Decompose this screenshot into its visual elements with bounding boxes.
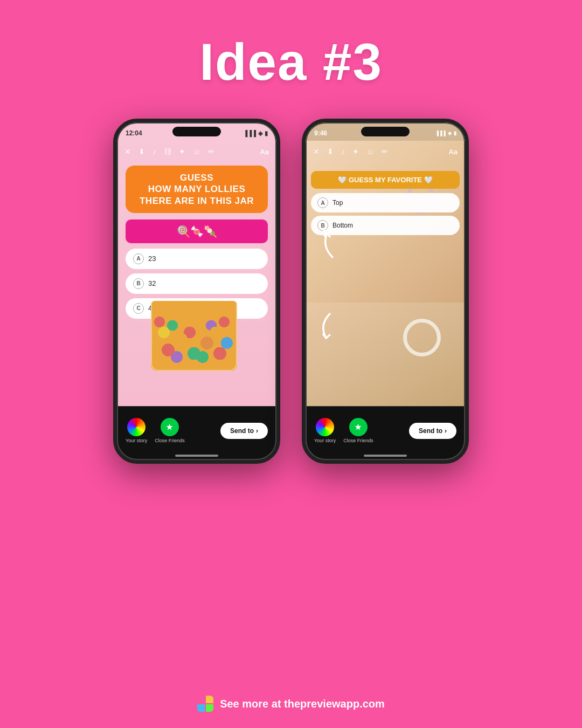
your-story-circle-2[interactable]: Your story <box>314 418 336 443</box>
phone2-status-icons: ▐▐▐ ◈ ▮ <box>435 131 456 136</box>
phone2-status-bar: 9:46 ▐▐▐ ◈ ▮ <box>306 122 465 141</box>
logo-q1 <box>197 696 205 703</box>
signal-icon: ▐▐▐ <box>244 130 256 136</box>
phone2-toolbar: ✕ ⬇ ♪ ✦ ☺ ✏ Aa <box>306 142 465 161</box>
quiz-title-bubble: GUESS HOW MANY LOLLIES THERE ARE IN THIS… <box>126 166 268 213</box>
footer-text: See more at thepreviewapp.com <box>220 698 385 710</box>
download-icon[interactable]: ⬇ <box>138 147 145 156</box>
phone1-status-icons: ▐▐▐ ◈ ▮ <box>244 130 268 137</box>
phone1-time: 12:04 <box>126 129 142 137</box>
phones-container: 12:04 ▐▐▐ ◈ ▮ ✕ ⬇ ♪ ⛓ ✦ ☺ ✏ Aa <box>0 119 582 464</box>
quiz-option-a[interactable]: A 23 <box>126 249 268 269</box>
phone2-time: 9:46 <box>314 129 327 137</box>
phone1-toolbar: ✕ ⬇ ♪ ⛓ ✦ ☺ ✏ Aa <box>117 142 276 161</box>
music-icon-2[interactable]: ♪ <box>341 147 345 156</box>
quiz-title-text: GUESS HOW MANY LOLLIES THERE ARE IN THIS… <box>134 172 259 207</box>
quiz-question-box: 🍭🍬🍡 <box>126 219 268 243</box>
candy-jar <box>151 301 242 393</box>
phone1-status-bar: 12:04 ▐▐▐ ◈ ▮ <box>117 122 276 141</box>
phone2-bottom-bar: Your story ★ Close Friends Send to › <box>306 406 465 460</box>
logo-q3 <box>197 704 205 712</box>
candy-area <box>143 293 251 401</box>
send-to-button-2[interactable]: Send to › <box>409 423 456 439</box>
draw-icon-2[interactable]: ✏ <box>382 147 388 156</box>
logo-q4 <box>206 704 213 712</box>
option-letter-c: C <box>133 303 144 314</box>
your-story-circle-1[interactable]: Your story <box>126 418 147 443</box>
wifi-icon-2: ◈ <box>448 131 452 136</box>
quiz-emoji: 🍭🍬🍡 <box>177 225 217 237</box>
phone1-bottom-bar: Your story ★ Close Friends Send to › <box>117 406 276 460</box>
your-story-label-1: Your story <box>126 438 147 443</box>
signal-icon-2: ▐▐▐ <box>435 131 446 136</box>
option-value-a: 23 <box>148 255 156 263</box>
arrow-down <box>316 308 349 348</box>
close-friends-circle-1[interactable]: ★ Close Friends <box>155 418 185 443</box>
download-icon-2[interactable]: ⬇ <box>327 147 334 156</box>
phone2-home-indicator <box>364 455 407 457</box>
phone2-notch <box>361 127 410 136</box>
close-friends-circle-2[interactable]: ★ Close Friends <box>343 418 373 443</box>
phone1-home-indicator <box>175 455 218 457</box>
option-letter-b: B <box>133 278 144 289</box>
arrow-up <box>316 225 349 265</box>
quiz-option-2a[interactable]: A Top <box>311 193 460 212</box>
face-icon-2[interactable]: ☺ <box>366 147 374 156</box>
sparkle-icon[interactable]: ✦ <box>179 147 185 156</box>
close-friends-label-1: Close Friends <box>155 438 185 443</box>
green-star-icon-1: ★ <box>161 418 179 436</box>
candies-bg <box>151 301 237 371</box>
option-value-b: 32 <box>148 279 156 287</box>
rainbow-icon-1 <box>127 418 146 436</box>
quiz-title-yellow-text: 🤍 GUESS MY FAVORITE 🤍 <box>317 176 453 184</box>
quiz-title-yellow: 🤍 GUESS MY FAVORITE 🤍 <box>311 171 460 189</box>
close-icon-2[interactable]: ✕ <box>313 147 320 156</box>
option-value-2a: Top <box>332 199 343 207</box>
text-icon[interactable]: Aa <box>260 148 269 156</box>
green-star-icon-2: ★ <box>349 418 368 436</box>
jar-overlay <box>151 301 237 371</box>
phone-2: 9:46 ▐▐▐ ◈ ▮ ✕ ⬇ ♪ ✦ ☺ ✏ Aa <box>302 119 469 464</box>
draw-icon[interactable]: ✏ <box>208 147 214 156</box>
text-icon-2[interactable]: Aa <box>448 148 458 156</box>
option-letter-a: A <box>133 253 144 264</box>
send-to-button-1[interactable]: Send to › <box>220 423 268 439</box>
quiz-option-b[interactable]: B 32 <box>126 273 268 294</box>
music-icon[interactable]: ♪ <box>153 147 156 156</box>
link-icon[interactable]: ⛓ <box>164 147 171 156</box>
your-story-label-2: Your story <box>314 438 336 443</box>
battery-icon: ▮ <box>265 130 268 137</box>
page-footer: See more at thepreviewapp.com <box>0 696 582 712</box>
chevron-right-icon-1: › <box>256 427 258 435</box>
option-letter-2a: A <box>317 197 328 208</box>
earring-hoop-2 <box>403 319 441 356</box>
rainbow-icon-2 <box>316 418 334 436</box>
phone2-screen: 9:46 ▐▐▐ ◈ ▮ ✕ ⬇ ♪ ✦ ☺ ✏ Aa <box>306 122 465 460</box>
phone1-notch <box>172 127 221 136</box>
chevron-right-icon-2: › <box>445 427 447 435</box>
page-title: Idea #3 <box>0 0 582 92</box>
face-icon[interactable]: ☺ <box>193 147 200 156</box>
phone-1: 12:04 ▐▐▐ ◈ ▮ ✕ ⬇ ♪ ⛓ ✦ ☺ ✏ Aa <box>113 119 280 464</box>
close-friends-label-2: Close Friends <box>343 438 373 443</box>
logo-q2 <box>206 696 213 703</box>
phone1-screen: 12:04 ▐▐▐ ◈ ▮ ✕ ⬇ ♪ ⛓ ✦ ☺ ✏ Aa <box>117 122 276 460</box>
battery-icon-2: ▮ <box>454 131 456 136</box>
footer-logo <box>197 696 213 712</box>
wifi-icon: ◈ <box>258 130 262 137</box>
sparkle-icon-2[interactable]: ✦ <box>352 147 359 156</box>
close-icon[interactable]: ✕ <box>124 147 131 156</box>
